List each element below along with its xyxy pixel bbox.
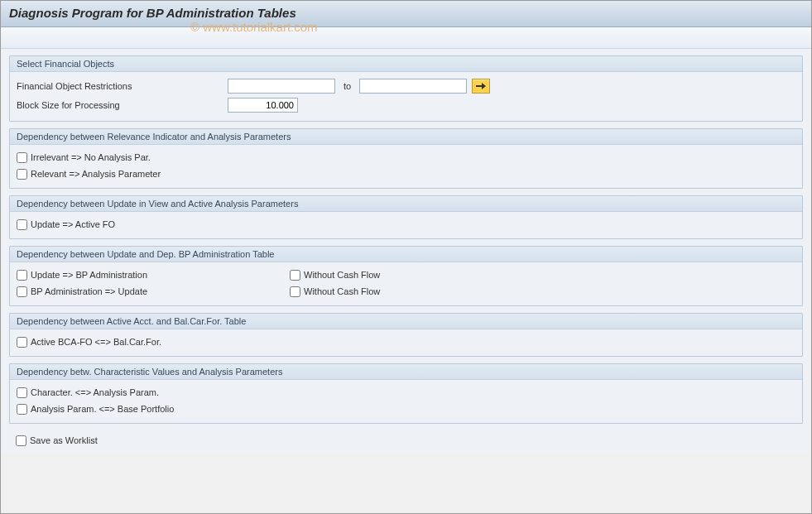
application-toolbar — [1, 27, 811, 49]
group-header: Dependency between Update and Dep. BP Ad… — [10, 247, 802, 262]
group-dep-update-bp: Dependency between Update and Dep. BP Ad… — [9, 246, 803, 306]
character-analysis-label: Character. <=> Analysis Param. — [31, 387, 159, 397]
save-worklist-row: Save as Worklist — [9, 430, 803, 447]
relevant-checkbox[interactable] — [17, 169, 27, 180]
bp-admin-update-checkbox[interactable] — [17, 286, 27, 297]
page-title: Diagnosis Program for BP Administration … — [9, 6, 296, 20]
without-cash-flow-1-label: Without Cash Flow — [304, 270, 380, 280]
multiple-selection-button[interactable] — [472, 79, 490, 94]
group-select-financial-objects: Select Financial Objects Financial Objec… — [9, 55, 803, 122]
without-cash-flow-2-label: Without Cash Flow — [304, 286, 380, 296]
without-cash-flow-1-checkbox[interactable] — [290, 270, 300, 281]
group-dep-active-acct: Dependency between Active Acct. and Bal.… — [9, 313, 803, 357]
without-cash-flow-2-checkbox[interactable] — [290, 286, 300, 297]
financial-restriction-from-input[interactable] — [228, 79, 335, 94]
irrelevant-label: Irrelevant => No Analysis Par. — [31, 152, 151, 162]
title-bar: Diagnosis Program for BP Administration … — [1, 1, 811, 27]
character-analysis-checkbox[interactable] — [17, 387, 27, 398]
irrelevant-checkbox[interactable] — [17, 152, 27, 163]
bp-admin-update-label: BP Administration => Update — [31, 286, 147, 296]
analysis-base-portfolio-label: Analysis Param. <=> Base Portfolio — [31, 404, 174, 414]
relevant-label: Relevant => Analysis Parameter — [31, 169, 161, 179]
update-active-fo-checkbox[interactable] — [17, 219, 27, 230]
group-dep-char: Dependency betw. Characteristic Values a… — [9, 363, 803, 424]
arrow-right-icon — [476, 82, 486, 90]
save-worklist-label: Save as Worklist — [30, 435, 98, 445]
active-bca-fo-label: Active BCA-FO <=> Bal.Car.For. — [31, 337, 161, 347]
selection-screen: Select Financial Objects Financial Objec… — [1, 49, 811, 454]
group-header: Dependency between Active Acct. and Bal.… — [10, 314, 802, 329]
group-header: Select Financial Objects — [10, 56, 802, 72]
group-dep-relevance: Dependency between Relevance Indicator a… — [9, 128, 803, 189]
group-header: Dependency betw. Characteristic Values a… — [10, 364, 802, 380]
analysis-base-portfolio-checkbox[interactable] — [17, 404, 27, 415]
active-bca-fo-checkbox[interactable] — [17, 337, 27, 348]
update-active-fo-label: Update => Active FO — [31, 219, 115, 229]
group-dep-update-view: Dependency between Update in View and Ac… — [9, 195, 803, 239]
update-bp-admin-label: Update => BP Administration — [31, 270, 147, 280]
to-label: to — [335, 81, 359, 91]
financial-restriction-to-input[interactable] — [359, 79, 467, 94]
block-size-input[interactable] — [228, 98, 298, 113]
group-header: Dependency between Update in View and Ac… — [10, 196, 802, 212]
block-size-label: Block Size for Processing — [17, 100, 228, 110]
update-bp-admin-checkbox[interactable] — [17, 270, 27, 281]
save-worklist-checkbox[interactable] — [16, 435, 26, 446]
financial-restrictions-label: Financial Object Restrictions — [17, 81, 228, 91]
group-header: Dependency between Relevance Indicator a… — [10, 129, 802, 145]
